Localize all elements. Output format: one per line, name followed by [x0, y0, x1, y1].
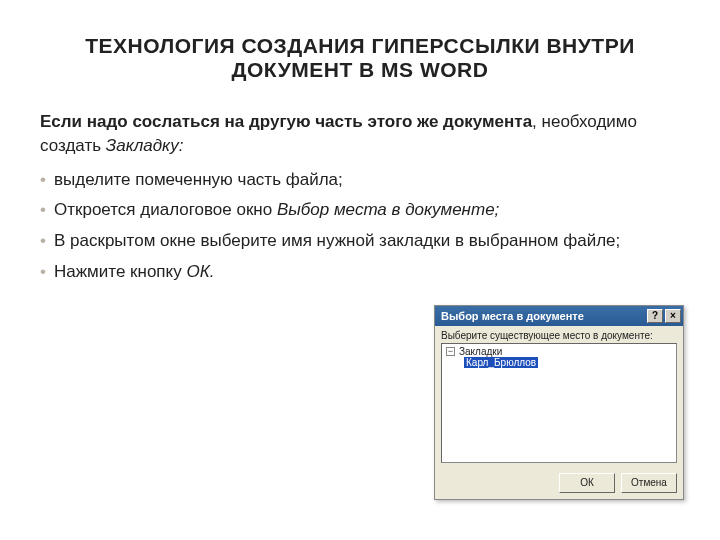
intro-em: Закладку:: [106, 136, 184, 155]
dialog-instruction: Выберите существующее место в документе:: [435, 326, 683, 343]
dialog-button-row: ОК Отмена: [559, 473, 677, 493]
cancel-button[interactable]: Отмена: [621, 473, 677, 493]
intro-paragraph: Если надо сослаться на другую часть этог…: [40, 110, 680, 158]
dialog-title: Выбор места в документе: [441, 310, 584, 322]
bullet-text: В раскрытом окне выберите имя нужной зак…: [54, 231, 620, 250]
bullet-text: Нажмите кнопку: [54, 262, 186, 281]
slide-title: ТЕХНОЛОГИЯ СОЗДАНИЯ ГИПЕРССЫЛКИ ВНУТРИ Д…: [60, 34, 660, 82]
bullet-list: выделите помеченную часть файла; Откроет…: [40, 168, 680, 285]
list-item: выделите помеченную часть файла;: [40, 168, 680, 193]
dialog-system-buttons: ? ×: [647, 309, 681, 323]
close-icon[interactable]: ×: [665, 309, 681, 323]
dialog-window: Выбор места в документе ? × Выберите сущ…: [434, 305, 684, 500]
help-icon[interactable]: ?: [647, 309, 663, 323]
list-item: Нажмите кнопку ОК.: [40, 260, 680, 285]
tree-row-root[interactable]: − Закладки: [444, 346, 674, 357]
ok-button[interactable]: ОК: [559, 473, 615, 493]
bullet-em: ОК.: [186, 262, 214, 281]
title-line2-bold: MS WORD: [381, 58, 488, 81]
dialog-tree-list[interactable]: − Закладки Карл_Брюллов: [441, 343, 677, 463]
list-item: Откроется диалоговое окно Выбор места в …: [40, 198, 680, 223]
tree-row-child[interactable]: Карл_Брюллов: [462, 357, 674, 368]
intro-strong: Если надо сослаться на другую часть этог…: [40, 112, 532, 131]
tree-toggle-icon[interactable]: −: [446, 347, 455, 356]
bullet-text: Откроется диалоговое окно: [54, 200, 277, 219]
list-item: В раскрытом окне выберите имя нужной зак…: [40, 229, 680, 254]
title-line2-pre: ДОКУМЕНТ В: [232, 58, 382, 81]
bullet-text: выделите помеченную часть файла;: [54, 170, 343, 189]
tree-root-label: Закладки: [459, 346, 502, 357]
bullet-em: Выбор места в документе;: [277, 200, 499, 219]
dialog-titlebar[interactable]: Выбор места в документе ? ×: [435, 306, 683, 326]
tree-child-label: Карл_Брюллов: [464, 357, 538, 368]
title-line1: ТЕХНОЛОГИЯ СОЗДАНИЯ ГИПЕРССЫЛКИ ВНУТРИ: [85, 34, 635, 57]
